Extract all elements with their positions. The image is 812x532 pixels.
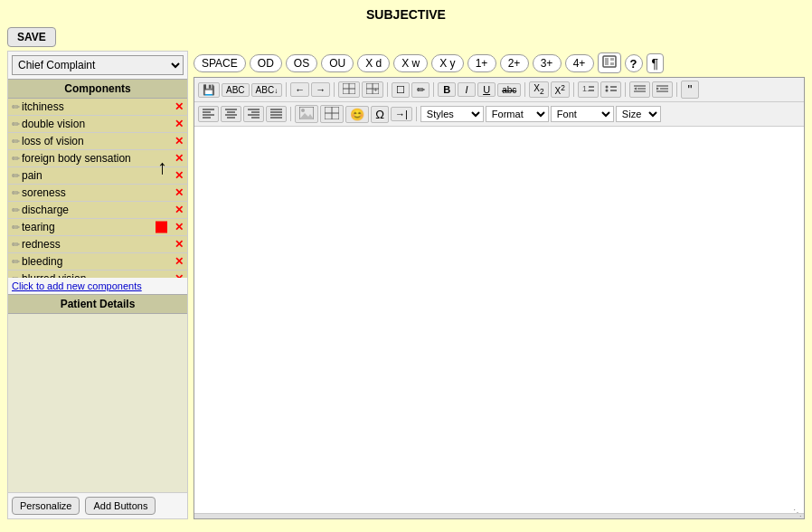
drag-handle-square[interactable]	[156, 222, 167, 233]
remove-button[interactable]: ✕	[175, 135, 184, 147]
ordered-list-btn[interactable]: 1.	[578, 81, 599, 98]
help-icon-button[interactable]: ?	[625, 54, 643, 72]
2plus-button[interactable]: 2+	[500, 54, 529, 72]
special-char-btn[interactable]: →|	[391, 107, 412, 121]
remove-button[interactable]: ✕	[175, 100, 184, 113]
emoji-btn[interactable]: 😊	[345, 106, 369, 123]
list-item[interactable]: ✏ double vision ✕	[8, 116, 187, 133]
format-dropdown[interactable]: Format	[486, 106, 549, 122]
paragraph-icon-button[interactable]: ¶	[647, 53, 665, 73]
spellcheck-btn[interactable]: ABC	[222, 83, 250, 97]
right-panel: SPACE OD OS OU X d X w X y 1+ 2+ 3+ 4+ ?…	[194, 51, 805, 519]
component-label: redness	[22, 238, 173, 251]
od-button[interactable]: OD	[250, 54, 282, 72]
font-dropdown[interactable]: Font	[551, 106, 614, 122]
separator	[524, 82, 525, 97]
svg-point-15	[605, 90, 608, 92]
table-edit-btn[interactable]: +	[362, 81, 383, 98]
save-button[interactable]: SAVE	[7, 27, 56, 47]
justify-btn[interactable]	[266, 106, 287, 122]
component-label: pain	[22, 169, 173, 182]
superscript-btn[interactable]: X2	[551, 81, 570, 98]
styles-dropdown[interactable]: Styles	[420, 106, 484, 122]
page-title: SUBJECTIVE	[0, 0, 812, 25]
chief-complaint-dropdown[interactable]: Chief Complaint History Review of System…	[12, 55, 184, 75]
undo-btn[interactable]: ←	[290, 82, 309, 97]
remove-button[interactable]: ✕	[175, 255, 184, 268]
4plus-button[interactable]: 4+	[565, 54, 594, 72]
align-left-btn[interactable]	[198, 106, 219, 122]
personalize-button[interactable]: Personalize	[12, 497, 80, 515]
ou-button[interactable]: OU	[321, 54, 354, 72]
italic-btn[interactable]: I	[458, 82, 476, 97]
editor-save-btn[interactable]: 💾	[198, 82, 220, 98]
svg-marker-21	[634, 88, 637, 90]
list-item[interactable]: ✏ redness ✕ ↓	[8, 236, 187, 253]
list-item[interactable]: ✏ bleeding ✕	[8, 253, 187, 271]
separator	[625, 82, 626, 97]
separator	[573, 82, 574, 97]
pencil-icon: ✏	[12, 204, 20, 216]
list-item[interactable]: ✏ soreness ✕ ↑	[8, 185, 187, 202]
redo-btn[interactable]: →	[311, 82, 330, 97]
list-item[interactable]: ✏ loss of vision ✕	[8, 133, 187, 150]
size-dropdown[interactable]: Size	[616, 106, 661, 122]
remove-button[interactable]: ✕	[175, 118, 184, 130]
image2-btn[interactable]	[295, 105, 318, 123]
editor-container: 💾 ABC ABC↓ ← → + ☐ ✏ B I U	[194, 77, 805, 519]
xy-button[interactable]: X y	[431, 54, 463, 72]
3plus-button[interactable]: 3+	[533, 54, 562, 72]
underline-btn[interactable]: U	[477, 82, 496, 97]
remove-button[interactable]: ✕	[175, 272, 184, 278]
component-label: loss of vision	[22, 135, 173, 147]
os-button[interactable]: OS	[286, 54, 317, 72]
pencil-icon: ✏	[12, 273, 20, 278]
spellcheck2-btn[interactable]: ABC↓	[251, 83, 283, 97]
components-list: ✏ itchiness ✕ ✏ double vision ✕ ✏ loss o…	[8, 99, 187, 278]
component-label: itchiness	[22, 100, 173, 113]
top-bar: SAVE	[0, 25, 812, 51]
remove-button[interactable]: ✕	[175, 204, 184, 216]
remove-button[interactable]: ✕	[175, 152, 184, 165]
add-components-link[interactable]: Click to add new components	[8, 278, 187, 294]
1plus-button[interactable]: 1+	[467, 54, 496, 72]
blockquote-btn[interactable]: "	[681, 81, 699, 99]
template-icon-button[interactable]	[598, 52, 621, 73]
list-item[interactable]: ✏ tearing ✕	[8, 219, 187, 236]
toolbar-buttons-row: SPACE OD OS OU X d X w X y 1+ 2+ 3+ 4+ ?…	[194, 51, 805, 77]
editor-content[interactable]	[194, 127, 804, 513]
component-label: double vision	[22, 118, 173, 130]
space-button[interactable]: SPACE	[194, 54, 246, 72]
unordered-list-btn[interactable]	[600, 81, 621, 98]
indent-btn[interactable]	[652, 81, 673, 98]
remove-button[interactable]: ✕	[175, 238, 184, 251]
list-item[interactable]: ✏ blurred vision ✕	[8, 271, 187, 278]
pencil-icon: ✏	[12, 187, 20, 199]
align-center-btn[interactable]	[221, 106, 241, 122]
remove-button[interactable]: ✕	[175, 186, 184, 199]
dropdown-row: Chief Complaint History Review of System…	[8, 52, 187, 79]
subscript-btn[interactable]: X2	[529, 81, 548, 98]
bottom-buttons: Personalize Add Buttons	[8, 492, 187, 518]
align-right-btn[interactable]	[243, 106, 264, 122]
left-panel: Chief Complaint History Review of System…	[7, 51, 188, 519]
remove-button[interactable]: ✕	[175, 169, 184, 182]
remove-button[interactable]: ✕	[175, 221, 184, 233]
bold-btn[interactable]: B	[438, 82, 456, 97]
strikethrough-btn[interactable]: abc	[497, 83, 521, 97]
table-insert-btn[interactable]	[338, 81, 360, 98]
list-item[interactable]: ✏ itchiness ✕	[8, 99, 187, 116]
add-buttons-button[interactable]: Add Buttons	[85, 497, 156, 515]
draw-btn[interactable]: ✏	[411, 82, 430, 98]
xd-button[interactable]: X d	[357, 54, 390, 72]
table2-btn[interactable]	[320, 105, 344, 123]
component-label: bleeding	[22, 255, 173, 268]
patient-details-header: Patient Details	[8, 294, 187, 314]
image-btn[interactable]: ☐	[392, 82, 410, 98]
xw-button[interactable]: X w	[393, 54, 428, 72]
outdent-btn[interactable]	[629, 81, 650, 98]
list-item[interactable]: ✏ discharge ✕	[8, 202, 187, 219]
svg-marker-44	[299, 113, 314, 119]
symbol-btn[interactable]: Ω	[371, 106, 389, 123]
resize-handle[interactable]: ⋱	[793, 508, 802, 518]
